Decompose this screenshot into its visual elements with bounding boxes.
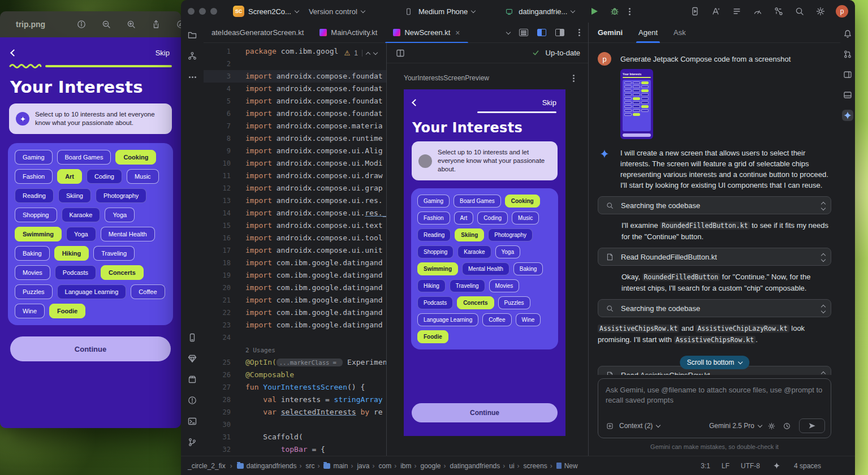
screenshot-thumbnail[interactable]: Your Interests [620, 69, 653, 139]
interest-chip[interactable]: Baking [15, 246, 50, 261]
interest-chip[interactable]: Foodie [49, 304, 85, 318]
project-tool-icon[interactable] [187, 29, 198, 41]
expand-icon[interactable] [822, 201, 825, 210]
interest-chip[interactable]: Music [127, 169, 159, 184]
inspections-widget[interactable]: ⚠1 [342, 48, 379, 58]
interest-chip[interactable]: Shopping [417, 245, 454, 258]
tool-call-search-1[interactable]: Searching the codebase [598, 196, 831, 214]
expand-icon[interactable] [822, 370, 825, 375]
history-icon[interactable] [781, 420, 792, 431]
tab-dateideasgeneratorscreen[interactable]: ateIdeasGeneratorScreen.kt [204, 23, 312, 43]
caret-position[interactable]: 3:1 [701, 462, 710, 470]
tool-call-read-1[interactable]: Read RoundedFilledButton.kt [598, 248, 831, 266]
code-line[interactable]: 20 import com.ibm.google.datingand [204, 282, 386, 294]
file-encoding[interactable]: UTF-8 [741, 462, 760, 470]
interest-chip[interactable]: Reading [417, 228, 451, 241]
expand-icon[interactable] [822, 252, 825, 261]
close-tab-icon[interactable]: × [455, 28, 460, 37]
gemini-input[interactable]: Ask Gemini, use @filename to attach sour… [598, 378, 831, 438]
interest-chip[interactable]: Photography [488, 228, 533, 241]
interest-chip[interactable]: Foodie [417, 330, 448, 343]
interest-chip[interactable]: Coding [87, 169, 122, 184]
back-icon[interactable] [10, 49, 18, 57]
window-controls[interactable] [188, 8, 217, 15]
code-line[interactable]: 12 import androidx.compose.ui.grap [204, 182, 386, 195]
device-selector[interactable]: Medium Phone [400, 6, 478, 17]
scroll-to-bottom-button[interactable]: Scroll to bottom [680, 356, 749, 369]
code-editor[interactable]: ⚠1 1 package com.ibm.googl 2 [204, 43, 386, 456]
interest-chip[interactable]: Coffee [131, 284, 165, 299]
code-line[interactable]: 18 import com.ibm.google.datingand [204, 257, 386, 269]
skip-button[interactable]: Skip [542, 98, 556, 107]
tab-newscreen[interactable]: NewScreen.kt × [385, 23, 468, 43]
notifications-icon[interactable] [842, 28, 853, 40]
code-line[interactable]: 13 import androidx.compose.ui.res. [204, 195, 386, 207]
code-line[interactable]: 31 Scaffold( [204, 431, 386, 443]
interest-chip[interactable]: Art [57, 169, 82, 184]
minimize-window-icon[interactable] [199, 8, 206, 15]
interest-chip[interactable]: Wine [15, 304, 45, 318]
code-line[interactable]: 7 import androidx.compose.materia [204, 120, 386, 132]
pull-requests-icon[interactable] [842, 49, 853, 60]
gem-icon[interactable] [187, 353, 198, 364]
layout-right-icon[interactable] [842, 69, 853, 80]
breadcrumb-item[interactable]: screens › [524, 462, 552, 470]
structure-tool-icon[interactable] [187, 50, 198, 62]
settings-icon[interactable] [766, 420, 777, 431]
interest-chip[interactable]: Art [454, 211, 474, 224]
breadcrumb-item[interactable]: ibm › [400, 462, 416, 470]
version-control-tool-icon[interactable] [187, 437, 198, 448]
zoom-out-icon[interactable] [101, 19, 112, 30]
interest-chip[interactable]: Coding [477, 211, 508, 224]
code-line[interactable]: 17 import androidx.compose.ui.unit [204, 244, 386, 257]
design-view-icon[interactable] [555, 29, 564, 36]
code-line[interactable]: 5 import androidx.compose.foundat [204, 95, 386, 107]
interest-chip[interactable]: Mental Health [462, 262, 509, 275]
continue-button[interactable]: Continue [412, 403, 558, 422]
build-tool-icon[interactable] [187, 374, 198, 385]
interest-chip[interactable]: Hiking [417, 279, 446, 292]
more-actions-icon[interactable] [624, 6, 635, 17]
interest-chip[interactable]: Karaoke [457, 245, 491, 258]
previous-problem-icon[interactable] [366, 51, 370, 56]
profile-avatar[interactable]: p [836, 5, 848, 18]
settings-icon[interactable] [815, 6, 826, 17]
layout-bottom-icon[interactable] [842, 89, 853, 101]
interest-chip[interactable]: Language Learning [417, 313, 478, 326]
breadcrumb-item[interactable]: google › [420, 462, 446, 470]
interest-chip[interactable]: Puzzles [15, 284, 53, 299]
send-button[interactable] [799, 418, 825, 433]
code-line[interactable]: 22 import com.ibm.google.datingand [204, 306, 386, 319]
interest-chip[interactable]: Fashion [15, 169, 53, 184]
gemini-tool-icon[interactable] [842, 110, 853, 121]
tab-agent[interactable]: Agent [638, 23, 658, 43]
interest-chip[interactable]: Reading [15, 188, 54, 203]
interest-chip[interactable]: Karaoke [62, 208, 101, 222]
code-line[interactable]: 9 import androidx.compose.ui.Alig [204, 145, 386, 157]
code-line[interactable]: 30 [204, 418, 386, 431]
interest-chip[interactable]: Movies [15, 265, 50, 280]
code-line[interactable]: 10 import androidx.compose.ui.Modi [204, 157, 386, 170]
code-line[interactable]: 8 import androidx.compose.runtime [204, 132, 386, 145]
info-icon[interactable] [76, 19, 87, 30]
code-line[interactable]: 27 fun YourInterestsScreen() { [204, 381, 386, 394]
code-line[interactable]: 28 val interests = stringArray [204, 394, 386, 406]
interest-chip[interactable]: Swimming [15, 227, 62, 241]
breadcrumb-item[interactable]: datingandfriends › [237, 462, 302, 470]
zoom-window-icon[interactable] [210, 8, 217, 15]
interest-chip[interactable]: Gaming [417, 195, 450, 208]
code-line[interactable]: 16 import androidx.compose.ui.tool [204, 232, 386, 244]
interest-chip[interactable]: Podcasts [417, 296, 453, 309]
indent-setting[interactable]: 4 spaces [794, 462, 821, 470]
interest-chip[interactable]: Puzzles [498, 296, 530, 309]
continue-button[interactable]: Continue [10, 336, 171, 361]
more-tools-icon[interactable] [187, 71, 198, 83]
interest-chip[interactable]: Shopping [15, 208, 57, 222]
breadcrumb-item[interactable]: ui › [509, 462, 519, 470]
code-line[interactable]: 26 @Composable [204, 369, 386, 381]
debug-icon[interactable] [609, 6, 620, 17]
code-line[interactable]: 19 import com.ibm.google.datingand [204, 269, 386, 282]
code-line[interactable]: 15 import androidx.compose.ui.text [204, 219, 386, 232]
interest-chip[interactable]: Gaming [15, 150, 53, 165]
share-icon[interactable] [150, 19, 162, 30]
